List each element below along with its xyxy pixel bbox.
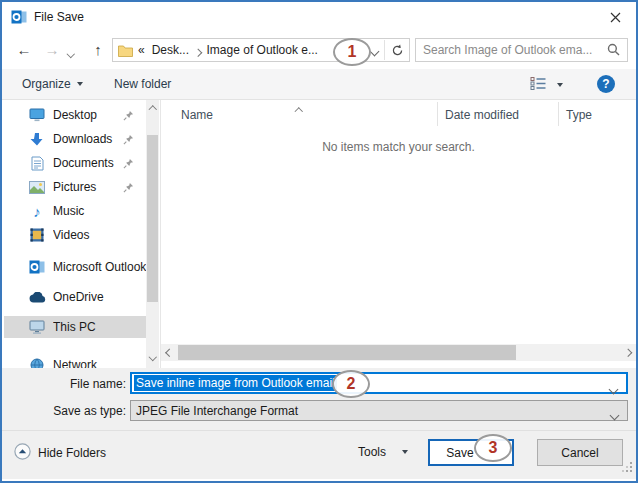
- scroll-down-icon[interactable]: [146, 350, 159, 364]
- sidebar-item-network[interactable]: Network: [4, 354, 146, 368]
- organize-button[interactable]: Organize: [22, 77, 83, 91]
- file-name-label: File name:: [2, 377, 126, 391]
- footer-bar: Hide Folders Tools Save Cancel: [2, 430, 636, 479]
- chevron-down-icon: [557, 83, 563, 87]
- sidebar-item-label: This PC: [53, 320, 146, 334]
- pin-icon: [123, 110, 134, 121]
- computer-icon: [28, 319, 46, 335]
- scroll-right-icon[interactable]: [619, 344, 636, 361]
- onedrive-icon: [28, 289, 46, 305]
- sidebar-item-label: Microsoft Outlook: [53, 260, 146, 274]
- sidebar-item-microsoft-outlook[interactable]: Microsoft Outlook: [4, 256, 146, 278]
- document-icon: [28, 155, 46, 171]
- fields-panel: File name: Save inline image from Outloo…: [2, 368, 636, 430]
- music-icon: ♪: [28, 203, 46, 219]
- sidebar-item-label: Pictures: [53, 180, 123, 194]
- sidebar-item-downloads[interactable]: Downloads: [4, 128, 146, 150]
- sidebar-item-label: Videos: [53, 228, 146, 242]
- refresh-icon[interactable]: [385, 44, 409, 57]
- back-button[interactable]: ←: [12, 40, 36, 60]
- sidebar-item-onedrive[interactable]: OneDrive: [4, 286, 146, 308]
- videos-icon: [28, 227, 46, 243]
- search-icon[interactable]: [605, 41, 627, 59]
- pin-icon: [123, 134, 134, 145]
- file-save-dialog: File Save ← → ↑ « Desk... Image of Outlo…: [0, 0, 638, 483]
- sidebar-item-music[interactable]: ♪ Music: [4, 200, 146, 222]
- breadcrumb-overflow[interactable]: «: [138, 43, 145, 57]
- outlook-app-icon: [11, 9, 27, 25]
- sidebar-item-desktop[interactable]: Desktop: [4, 104, 146, 126]
- outlook-icon: [28, 259, 46, 275]
- pin-icon: [123, 182, 134, 193]
- sidebar-item-label: OneDrive: [53, 290, 146, 304]
- cancel-button[interactable]: Cancel: [537, 439, 623, 466]
- breadcrumb-parent[interactable]: Desk...: [152, 43, 189, 57]
- change-view-button[interactable]: [530, 76, 563, 94]
- sidebar-item-label: Downloads: [53, 132, 123, 146]
- sidebar-item-documents[interactable]: Documents: [4, 152, 146, 174]
- question-mark-icon: ?: [602, 77, 609, 91]
- column-header-name[interactable]: Name: [181, 108, 213, 122]
- chevron-down-icon: [402, 450, 408, 454]
- search-input[interactable]: Search Image of Outlook ema...: [415, 38, 628, 62]
- annotation-step-2: 2: [332, 370, 370, 398]
- recent-locations-button[interactable]: [68, 45, 82, 57]
- new-folder-button[interactable]: New folder: [114, 77, 171, 91]
- sidebar-item-this-pc[interactable]: This PC: [4, 316, 146, 338]
- navigation-bar: ← → ↑ « Desk... Image of Outlook e... Se…: [2, 32, 636, 69]
- annotation-step-1: 1: [333, 38, 371, 66]
- save-as-type-select[interactable]: JPEG File Interchange Format: [130, 400, 628, 421]
- column-divider[interactable]: [558, 102, 559, 126]
- sidebar-scrollbar[interactable]: [146, 100, 159, 368]
- column-header-date-modified[interactable]: Date modified: [445, 108, 519, 122]
- details-view-icon: [530, 76, 547, 94]
- tools-label: Tools: [358, 445, 386, 459]
- save-as-type-label: Save as type:: [2, 404, 126, 418]
- sidebar-item-label: Music: [53, 204, 146, 218]
- titlebar: File Save: [2, 2, 636, 32]
- sidebar-scrollbar-thumb[interactable]: [147, 135, 158, 302]
- main-area: Desktop Downloads Documents: [2, 100, 636, 368]
- sort-ascending-icon: [296, 103, 302, 117]
- file-list-horizontal-scrollbar[interactable]: [161, 344, 636, 361]
- sidebar-item-label: Documents: [53, 156, 123, 170]
- save-as-type-value: JPEG File Interchange Format: [136, 404, 298, 418]
- hide-folders-button[interactable]: Hide Folders: [14, 443, 106, 463]
- sidebar-item-videos[interactable]: Videos: [4, 224, 146, 246]
- tools-button[interactable]: Tools: [358, 442, 408, 462]
- scroll-left-icon[interactable]: [161, 344, 178, 361]
- chevron-down-icon: [77, 82, 83, 86]
- cancel-label: Cancel: [561, 446, 598, 460]
- command-toolbar: Organize New folder ?: [2, 69, 636, 100]
- column-header-type[interactable]: Type: [566, 108, 592, 122]
- chevron-down-icon[interactable]: [610, 382, 617, 396]
- breadcrumb-current[interactable]: Image of Outlook e...: [207, 43, 318, 57]
- collapse-up-icon: [14, 443, 31, 463]
- pin-icon: [123, 158, 134, 169]
- organize-label: Organize: [22, 77, 71, 91]
- file-list-header: Name Date modified Type: [161, 100, 636, 128]
- file-name-input[interactable]: Save inline image from Outlook email: [130, 372, 628, 394]
- up-button[interactable]: ↑: [86, 40, 110, 60]
- breadcrumb-separator-icon: [195, 45, 201, 59]
- horizontal-scrollbar-thumb[interactable]: [178, 345, 516, 360]
- empty-list-message: No items match your search.: [161, 140, 636, 154]
- resize-grip[interactable]: [622, 462, 633, 476]
- sidebar-item-label: Desktop: [53, 108, 123, 122]
- window-title: File Save: [34, 10, 84, 24]
- hide-folders-label: Hide Folders: [38, 446, 106, 460]
- sidebar-item-label: Network: [53, 358, 146, 368]
- folder-icon: [118, 44, 133, 57]
- file-name-value: Save inline image from Outlook email: [134, 375, 337, 391]
- close-button[interactable]: [602, 7, 628, 27]
- help-button[interactable]: ?: [597, 75, 615, 93]
- desktop-icon: [28, 107, 46, 123]
- annotation-number: 1: [348, 43, 357, 61]
- chevron-down-icon[interactable]: [611, 408, 618, 422]
- forward-button[interactable]: →: [40, 40, 64, 60]
- new-folder-label: New folder: [114, 77, 171, 91]
- column-divider[interactable]: [437, 102, 438, 126]
- scroll-up-icon[interactable]: [146, 103, 159, 117]
- annotation-number: 3: [489, 439, 498, 457]
- sidebar-item-pictures[interactable]: Pictures: [4, 176, 146, 198]
